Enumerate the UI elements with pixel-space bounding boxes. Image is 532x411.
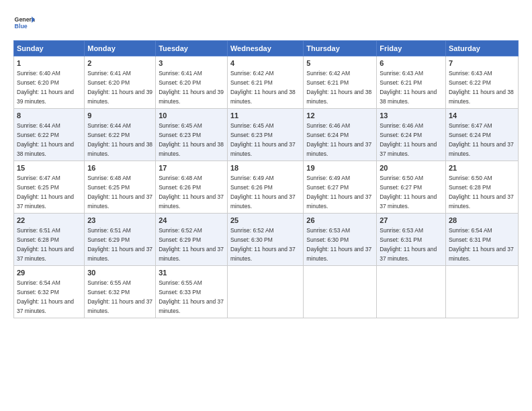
calendar-cell: 30Sunrise: 6:55 AMSunset: 6:32 PMDayligh… bbox=[85, 265, 156, 318]
day-number: 16 bbox=[87, 163, 152, 173]
calendar-cell: 2Sunrise: 6:41 AMSunset: 6:20 PMDaylight… bbox=[85, 56, 156, 109]
calendar-cell: 24Sunrise: 6:52 AMSunset: 6:29 PMDayligh… bbox=[156, 213, 228, 265]
sunset-info: Sunset: 6:22 PM bbox=[87, 132, 130, 138]
sunset-info: Sunset: 6:29 PM bbox=[159, 236, 201, 243]
sunrise-info: Sunrise: 6:47 AM bbox=[17, 175, 60, 181]
calendar-week-row: 8Sunrise: 6:44 AMSunset: 6:22 PMDaylight… bbox=[14, 108, 519, 161]
sunset-info: Sunset: 6:24 PM bbox=[306, 132, 349, 138]
sunset-info: Sunset: 6:30 PM bbox=[230, 236, 273, 243]
sunrise-info: Sunrise: 6:44 AM bbox=[87, 122, 131, 129]
daylight-info: Daylight: 11 hours and 38 minutes. bbox=[449, 89, 514, 105]
sunrise-info: Sunrise: 6:43 AM bbox=[449, 70, 492, 77]
sunset-info: Sunset: 6:20 PM bbox=[17, 79, 59, 86]
sunrise-info: Sunrise: 6:42 AM bbox=[230, 70, 274, 77]
day-number: 10 bbox=[159, 111, 224, 121]
day-number: 23 bbox=[87, 216, 152, 226]
day-number: 4 bbox=[230, 58, 300, 68]
daylight-info: Daylight: 11 hours and 37 minutes. bbox=[159, 246, 224, 262]
sunrise-info: Sunrise: 6:54 AM bbox=[17, 279, 60, 286]
day-number: 9 bbox=[87, 111, 152, 121]
day-number: 22 bbox=[17, 216, 81, 226]
sunrise-info: Sunrise: 6:51 AM bbox=[87, 227, 131, 234]
daylight-info: Daylight: 11 hours and 37 minutes. bbox=[449, 193, 514, 210]
sunrise-info: Sunrise: 6:50 AM bbox=[449, 175, 492, 181]
daylight-info: Daylight: 11 hours and 37 minutes. bbox=[449, 141, 514, 157]
header-thursday: Thursday bbox=[304, 41, 377, 56]
day-number: 26 bbox=[306, 216, 373, 226]
day-number: 2 bbox=[87, 58, 152, 68]
day-number: 20 bbox=[380, 163, 443, 173]
header: General Blue bbox=[13, 12, 519, 34]
sunset-info: Sunset: 6:28 PM bbox=[17, 236, 59, 243]
daylight-info: Daylight: 11 hours and 37 minutes. bbox=[230, 141, 296, 157]
calendar-cell: 18Sunrise: 6:49 AMSunset: 6:26 PMDayligh… bbox=[227, 161, 303, 213]
sunrise-info: Sunrise: 6:53 AM bbox=[306, 227, 350, 234]
sunset-info: Sunset: 6:20 PM bbox=[87, 79, 130, 86]
calendar-cell: 7Sunrise: 6:43 AMSunset: 6:22 PMDaylight… bbox=[445, 56, 518, 109]
header-tuesday: Tuesday bbox=[156, 41, 228, 56]
sunrise-info: Sunrise: 6:42 AM bbox=[306, 70, 350, 77]
daylight-info: Daylight: 11 hours and 37 minutes. bbox=[17, 298, 74, 314]
sunrise-info: Sunrise: 6:53 AM bbox=[380, 227, 423, 234]
sunset-info: Sunset: 6:21 PM bbox=[380, 79, 422, 86]
day-number: 15 bbox=[17, 163, 81, 173]
calendar-cell: 5Sunrise: 6:42 AMSunset: 6:21 PMDaylight… bbox=[304, 56, 377, 109]
daylight-info: Daylight: 11 hours and 37 minutes. bbox=[380, 193, 437, 210]
sunset-info: Sunset: 6:31 PM bbox=[380, 236, 422, 243]
calendar-cell: 8Sunrise: 6:44 AMSunset: 6:22 PMDaylight… bbox=[14, 108, 85, 161]
daylight-info: Daylight: 11 hours and 38 minutes. bbox=[17, 141, 74, 157]
calendar-cell: 25Sunrise: 6:52 AMSunset: 6:30 PMDayligh… bbox=[227, 213, 303, 265]
calendar-table: SundayMondayTuesdayWednesdayThursdayFrid… bbox=[13, 40, 519, 318]
calendar-cell: 12Sunrise: 6:46 AMSunset: 6:24 PMDayligh… bbox=[304, 108, 377, 161]
daylight-info: Daylight: 11 hours and 39 minutes. bbox=[87, 89, 152, 105]
calendar-cell: 22Sunrise: 6:51 AMSunset: 6:28 PMDayligh… bbox=[14, 213, 85, 265]
daylight-info: Daylight: 11 hours and 37 minutes. bbox=[230, 193, 296, 210]
calendar-week-row: 15Sunrise: 6:47 AMSunset: 6:25 PMDayligh… bbox=[14, 161, 519, 213]
calendar-cell: 23Sunrise: 6:51 AMSunset: 6:29 PMDayligh… bbox=[85, 213, 156, 265]
day-number: 29 bbox=[17, 268, 81, 278]
sunset-info: Sunset: 6:21 PM bbox=[230, 79, 273, 86]
day-number: 11 bbox=[230, 111, 300, 121]
sunset-info: Sunset: 6:27 PM bbox=[380, 184, 422, 191]
calendar-cell: 11Sunrise: 6:45 AMSunset: 6:23 PMDayligh… bbox=[227, 108, 303, 161]
sunrise-info: Sunrise: 6:54 AM bbox=[449, 227, 492, 234]
sunset-info: Sunset: 6:26 PM bbox=[159, 184, 201, 191]
day-number: 28 bbox=[449, 216, 515, 226]
calendar-cell: 29Sunrise: 6:54 AMSunset: 6:32 PMDayligh… bbox=[14, 265, 85, 318]
header-sunday: Sunday bbox=[14, 41, 85, 56]
sunset-info: Sunset: 6:23 PM bbox=[159, 132, 201, 138]
header-wednesday: Wednesday bbox=[227, 41, 303, 56]
sunset-info: Sunset: 6:24 PM bbox=[380, 132, 422, 138]
sunset-info: Sunset: 6:29 PM bbox=[87, 236, 130, 243]
sunrise-info: Sunrise: 6:40 AM bbox=[17, 70, 60, 77]
daylight-info: Daylight: 11 hours and 39 minutes. bbox=[17, 89, 74, 105]
sunrise-info: Sunrise: 6:41 AM bbox=[87, 70, 131, 77]
calendar-cell: 15Sunrise: 6:47 AMSunset: 6:25 PMDayligh… bbox=[14, 161, 85, 213]
daylight-info: Daylight: 11 hours and 37 minutes. bbox=[380, 141, 437, 157]
calendar-cell: 6Sunrise: 6:43 AMSunset: 6:21 PMDaylight… bbox=[377, 56, 446, 109]
calendar-cell: 19Sunrise: 6:49 AMSunset: 6:27 PMDayligh… bbox=[304, 161, 377, 213]
sunrise-info: Sunrise: 6:43 AM bbox=[380, 70, 423, 77]
sunrise-info: Sunrise: 6:46 AM bbox=[306, 122, 350, 129]
sunset-info: Sunset: 6:21 PM bbox=[306, 79, 349, 86]
day-number: 5 bbox=[306, 58, 373, 68]
sunrise-info: Sunrise: 6:48 AM bbox=[87, 175, 131, 181]
sunrise-info: Sunrise: 6:49 AM bbox=[306, 175, 350, 181]
day-number: 3 bbox=[159, 58, 224, 68]
daylight-info: Daylight: 11 hours and 37 minutes. bbox=[306, 193, 371, 210]
daylight-info: Daylight: 11 hours and 37 minutes. bbox=[159, 193, 224, 210]
calendar-cell: 28Sunrise: 6:54 AMSunset: 6:31 PMDayligh… bbox=[445, 213, 518, 265]
header-saturday: Saturday bbox=[445, 41, 518, 56]
sunset-info: Sunset: 6:24 PM bbox=[449, 132, 491, 138]
day-number: 6 bbox=[380, 58, 443, 68]
day-number: 8 bbox=[17, 111, 81, 121]
sunrise-info: Sunrise: 6:46 AM bbox=[380, 122, 423, 129]
calendar-cell: 14Sunrise: 6:47 AMSunset: 6:24 PMDayligh… bbox=[445, 108, 518, 161]
sunset-info: Sunset: 6:33 PM bbox=[159, 289, 201, 295]
day-number: 19 bbox=[306, 163, 373, 173]
daylight-info: Daylight: 11 hours and 37 minutes. bbox=[380, 246, 437, 262]
calendar-header-row: SundayMondayTuesdayWednesdayThursdayFrid… bbox=[14, 41, 519, 56]
sunrise-info: Sunrise: 6:48 AM bbox=[159, 175, 202, 181]
calendar-cell: 17Sunrise: 6:48 AMSunset: 6:26 PMDayligh… bbox=[156, 161, 228, 213]
sunset-info: Sunset: 6:25 PM bbox=[87, 184, 130, 191]
